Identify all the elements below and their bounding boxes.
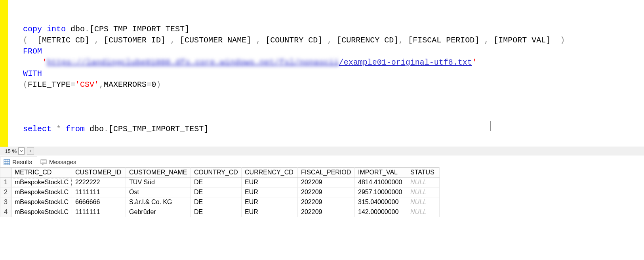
- grid-cell[interactable]: Öst: [126, 187, 191, 197]
- comma: ,: [94, 36, 99, 45]
- col-currency: [CURRENCY_CD]: [332, 36, 398, 45]
- grid-corner: [0, 168, 11, 178]
- col-custid: [CUSTOMER_ID]: [99, 36, 170, 45]
- grid-cell[interactable]: 6666666: [72, 197, 126, 207]
- col-header-custid[interactable]: CUSTOMER_ID: [72, 168, 126, 178]
- ident-dbo2: dbo: [85, 124, 104, 134]
- str-csv: 'CSV': [75, 80, 99, 89]
- grid-cell[interactable]: Gebrüder: [126, 207, 191, 217]
- grid-cell[interactable]: DE: [191, 207, 242, 217]
- grid-cell[interactable]: mBespokeStockLC: [11, 207, 72, 217]
- grid-cell[interactable]: 202209: [298, 197, 355, 207]
- grid-cell[interactable]: mBespokeStockLC: [11, 197, 72, 207]
- results-grid[interactable]: METRIC_CD CUSTOMER_ID CUSTOMER_NAME COUN…: [0, 167, 440, 217]
- str-quote: ': [472, 58, 477, 67]
- editor-status-bar: [0, 147, 644, 155]
- grid-cell[interactable]: 142.00000000: [355, 207, 407, 217]
- grid-cell[interactable]: 202209: [298, 207, 355, 217]
- kw-into: into: [47, 25, 66, 34]
- col-country: [COUNTRY_CD]: [261, 36, 327, 45]
- grid-cell[interactable]: EUR: [242, 207, 298, 217]
- grid-cell[interactable]: 202209: [298, 178, 355, 187]
- grid-cell[interactable]: NULL: [407, 207, 440, 217]
- col-header-custname[interactable]: CUSTOMER_NAME: [126, 168, 191, 178]
- sql-editor[interactable]: copy into dbo.[CPS_TMP_IMPORT_TEST] ( [M…: [23, 0, 644, 147]
- col-header-fiscal[interactable]: FISCAL_PERIOD: [298, 168, 355, 178]
- col-fiscal: [FISCAL_PERIOD]: [403, 36, 484, 45]
- col-header-status[interactable]: STATUS: [407, 168, 440, 178]
- comma: ,: [256, 36, 261, 45]
- op-eq: =: [70, 80, 75, 89]
- tab-results-label: Results: [12, 159, 32, 165]
- tab-messages-label: Messages: [49, 159, 76, 165]
- grid-cell[interactable]: 315.04000000: [355, 197, 407, 207]
- op-eq: =: [147, 80, 151, 89]
- col-header-import[interactable]: IMPORT_VAL: [355, 168, 407, 178]
- col-header-metric[interactable]: METRIC_CD: [11, 168, 72, 178]
- col-header-country[interactable]: COUNTRY_CD: [191, 168, 242, 178]
- opt-file-type: FILE_TYPE: [28, 80, 70, 89]
- grid-cell[interactable]: DE: [191, 197, 242, 207]
- grid-cell[interactable]: 2957.10000000: [355, 187, 407, 197]
- table-row[interactable]: 3mBespokeStockLC6666666S.àr.l.& Co. KGDE…: [0, 197, 440, 207]
- op-dot: .: [104, 124, 109, 134]
- comma: ,: [398, 36, 403, 45]
- col-custname: [CUSTOMER_NAME]: [175, 36, 256, 45]
- grid-cell[interactable]: NULL: [407, 187, 440, 197]
- editor-left-margin: [8, 0, 23, 147]
- row-header[interactable]: 3: [0, 197, 11, 207]
- row-header[interactable]: 2: [0, 187, 11, 197]
- kw-copy: copy: [23, 25, 42, 34]
- url-visible[interactable]: /example01-original-utf8.txt: [339, 58, 472, 67]
- grid-cell[interactable]: 202209: [298, 187, 355, 197]
- row-header[interactable]: 4: [0, 207, 11, 217]
- grid-cell[interactable]: 2222222: [72, 178, 126, 187]
- paren-close: ): [560, 36, 565, 45]
- grid-cell[interactable]: TÜV Süd: [126, 178, 191, 187]
- grid-cell[interactable]: NULL: [407, 197, 440, 207]
- table-row[interactable]: 1mBespokeStockLC2222222TÜV SüdDEEUR20220…: [0, 178, 440, 187]
- grid-cell[interactable]: mBespokeStockLC: [11, 187, 72, 197]
- col-header-currency[interactable]: CURRENCY_CD: [242, 168, 298, 178]
- tab-messages[interactable]: Messages: [37, 157, 81, 167]
- svg-rect-0: [4, 159, 10, 165]
- str-quote: ': [42, 58, 47, 67]
- text-caret: [490, 121, 491, 131]
- space: [51, 124, 56, 134]
- comma: ,: [170, 36, 175, 45]
- zoom-field[interactable]: [0, 147, 17, 155]
- messages-icon: [40, 159, 47, 165]
- grid-cell[interactable]: EUR: [242, 197, 298, 207]
- url-blurred[interactable]: https://landingclube01000.dfs.core.windo…: [47, 58, 339, 67]
- space: [61, 124, 66, 134]
- col-metric: [METRIC_CD]: [28, 36, 94, 45]
- ident-table: [CPS_TMP_IMPORT_TEST]: [90, 25, 189, 34]
- results-tabstrip: Results Messages: [0, 155, 644, 167]
- grid-cell[interactable]: EUR: [242, 178, 298, 187]
- tab-results[interactable]: Results: [0, 157, 37, 167]
- grid-cell[interactable]: S.àr.l.& Co. KG: [126, 197, 191, 207]
- grid-cell[interactable]: NULL: [407, 178, 440, 187]
- grid-cell[interactable]: 1111111: [72, 207, 126, 217]
- grid-cell[interactable]: 4814.41000000: [355, 178, 407, 187]
- lit-zero: 0: [151, 80, 156, 89]
- grid-cell[interactable]: DE: [191, 178, 242, 187]
- op-star: *: [56, 124, 61, 134]
- modified-line-gutter: [0, 0, 8, 147]
- grid-cell[interactable]: mBespokeStockLC: [11, 178, 72, 187]
- kw-with: WITH: [23, 69, 42, 78]
- table-row[interactable]: 2mBespokeStockLC1111111ÖstDEEUR202209295…: [0, 187, 440, 197]
- svg-rect-5: [41, 160, 46, 164]
- grid-cell[interactable]: DE: [191, 187, 242, 197]
- sql-editor-pane: copy into dbo.[CPS_TMP_IMPORT_TEST] ( [M…: [0, 0, 644, 147]
- grid-cell[interactable]: 1111111: [72, 187, 126, 197]
- op-dot: .: [85, 25, 90, 34]
- paren-close: ): [156, 80, 161, 89]
- grid-cell[interactable]: EUR: [242, 187, 298, 197]
- grid-header-row: METRIC_CD CUSTOMER_ID CUSTOMER_NAME COUN…: [0, 168, 440, 178]
- table-row[interactable]: 4mBespokeStockLC1111111GebrüderDEEUR2022…: [0, 207, 440, 217]
- paren-open: (: [23, 80, 28, 89]
- ident-dbo: dbo: [66, 25, 85, 34]
- row-header[interactable]: 1: [0, 178, 11, 187]
- comma: ,: [484, 36, 489, 45]
